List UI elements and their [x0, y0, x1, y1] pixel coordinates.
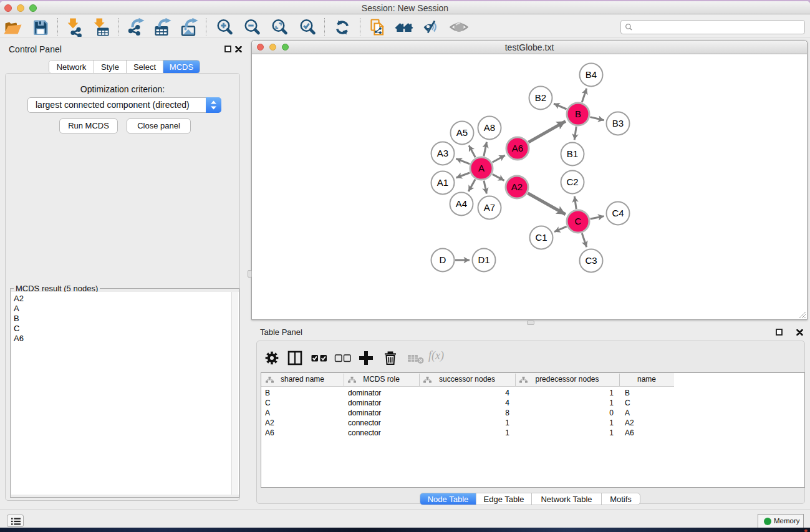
- svg-text:A8: A8: [484, 122, 495, 133]
- svg-text:A1: A1: [437, 177, 448, 188]
- svg-text:B: B: [575, 109, 581, 119]
- svg-text:C: C: [575, 216, 582, 226]
- svg-text:B1: B1: [567, 148, 578, 159]
- svg-text:A: A: [478, 163, 485, 173]
- svg-text:C2: C2: [566, 177, 578, 187]
- svg-text:A3: A3: [437, 148, 448, 158]
- svg-text:C4: C4: [612, 208, 624, 218]
- svg-text:D: D: [440, 254, 446, 265]
- svg-text:C3: C3: [585, 255, 597, 266]
- svg-text:A4: A4: [456, 198, 467, 209]
- svg-text:B4: B4: [586, 69, 597, 80]
- svg-text:C1: C1: [535, 232, 547, 243]
- svg-text:A2: A2: [511, 181, 523, 192]
- svg-text:B2: B2: [535, 92, 546, 103]
- svg-text:A6: A6: [512, 143, 523, 153]
- svg-text:A7: A7: [484, 202, 495, 213]
- svg-text:B3: B3: [612, 118, 624, 128]
- svg-text:D1: D1: [478, 254, 489, 265]
- svg-text:A5: A5: [456, 127, 468, 138]
